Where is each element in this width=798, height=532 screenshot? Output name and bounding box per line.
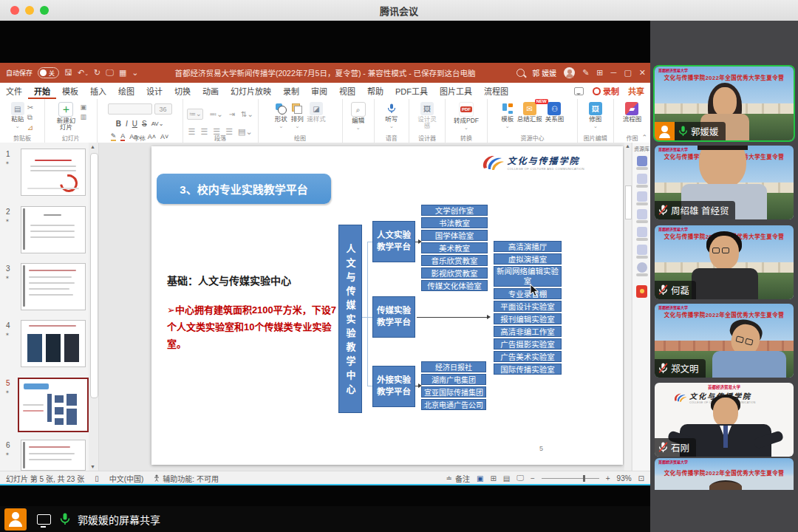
tab-draw[interactable]: 绘图	[112, 83, 140, 99]
slide-bullet-text[interactable]: ➢中心拥有建筑面积2100平方米，下设7个人文类实验室和10个传媒类专业实验室。	[167, 302, 338, 352]
diagram-box[interactable]: 影视欣赏教室	[421, 267, 488, 279]
resource-icon-5[interactable]	[637, 227, 647, 237]
diagram-box[interactable]: 专业录音棚	[494, 288, 562, 299]
diagram-box[interactable]: 平面设计实验室	[494, 301, 562, 312]
tab-pdf-tools[interactable]: PDF工具	[389, 83, 434, 99]
bullets-icon[interactable]: ≔⌄	[187, 109, 203, 120]
diagram-box[interactable]: 湖南广电集团	[421, 374, 486, 385]
tab-file[interactable]: 文件	[0, 83, 28, 99]
diagram-platform-media[interactable]: 传媒实验教学平台	[372, 296, 415, 338]
diagram-box[interactable]: 宣亚国际传播集团	[421, 386, 486, 398]
resource-more-icon[interactable]	[637, 262, 647, 273]
normal-view-icon[interactable]: ▣	[477, 474, 483, 482]
diagram-platform-external[interactable]: 外接实验教学平台	[372, 366, 415, 407]
tab-flowchart[interactable]: 流程图	[478, 83, 514, 99]
line-spacing-icon[interactable]: ⇅⌄	[241, 110, 253, 118]
diagram-platform-humanities[interactable]: 人文实验教学平台	[372, 221, 415, 262]
participant-tile-guo-yuanyuan[interactable]: 首都经济贸易大学 文化与传播学院2022年全国优秀大学生夏令营 郭媛媛	[655, 66, 794, 140]
zoom-slider-thumb[interactable]	[583, 475, 585, 482]
diagram-box[interactable]: 广告美术实验室	[494, 351, 562, 362]
search-icon[interactable]	[516, 69, 525, 77]
user-avatar[interactable]	[564, 67, 575, 78]
resource-panel-label[interactable]: 资源库	[632, 143, 651, 152]
maximize-icon[interactable]: ▢	[624, 69, 631, 77]
diagram-box[interactable]: 虚拟演播室	[494, 253, 562, 265]
participant-tile-he-lei[interactable]: 首都经济贸易大学 文化与传播学院2022年全国优秀大学生夏令营 何磊	[655, 225, 794, 299]
thumbnail-image[interactable]	[21, 440, 86, 471]
font-name-box[interactable]	[108, 103, 152, 115]
participant-tile-shi-gang[interactable]: 首都经济贸易大学 文化与传播学院 COLLEGE OF CULTURE AND …	[655, 383, 794, 457]
diagram-box[interactable]: 国学体验室	[421, 230, 488, 241]
tab-insert[interactable]: 插入	[84, 83, 112, 99]
underline-button[interactable]: U	[132, 120, 137, 128]
tab-picture-tools[interactable]: 图片工具	[434, 83, 478, 99]
close-icon[interactable]: ✕	[639, 69, 646, 77]
diagram-box[interactable]: 高清非编工作室	[494, 326, 562, 337]
format-painter-icon[interactable]: ⊿	[27, 123, 33, 132]
reading-view-icon[interactable]: ▤	[503, 474, 510, 482]
thumbnail-image[interactable]	[21, 149, 86, 196]
diagram-box[interactable]: 音乐欣赏教室	[421, 255, 488, 266]
layout-icon[interactable]: ▣	[80, 103, 86, 111]
slide-heading[interactable]: 基础：人文与传媒实验中心	[167, 273, 291, 287]
zoom-percent[interactable]: 93%	[617, 474, 632, 482]
scroll-up-icon[interactable]: ▲	[90, 144, 95, 149]
notes-button[interactable]: ≐ 备注	[446, 473, 470, 484]
section-icon[interactable]: ▥	[80, 113, 86, 120]
edit-button[interactable]: ⌕ 编辑⌄	[351, 102, 366, 143]
diagram-box[interactable]: 经济日报社	[421, 361, 486, 372]
diagram-box[interactable]: 书法教室	[421, 217, 488, 228]
grid-view-icon[interactable]: ▦	[119, 69, 126, 77]
thumbnail-image[interactable]	[18, 378, 89, 432]
slideshow-icon[interactable]: 🖵	[516, 474, 524, 482]
bold-button[interactable]: B	[116, 120, 121, 128]
tab-record[interactable]: 录制	[277, 83, 305, 99]
tab-animations[interactable]: 动画	[197, 83, 225, 99]
autosave-toggle[interactable]: 关	[38, 67, 59, 78]
accessibility-button[interactable]: 辅助功能: 不可用	[154, 473, 219, 484]
collapse-ribbon-icon[interactable]: ⌃	[641, 134, 647, 141]
close-window-icon[interactable]	[10, 6, 19, 15]
red-packet-icon[interactable]	[636, 285, 647, 298]
resource-icon-3[interactable]	[637, 191, 647, 202]
tab-slideshow[interactable]: 幻灯片放映	[225, 83, 277, 99]
diagram-box[interactable]: 北京电通广告公司	[421, 399, 486, 410]
pencil-icon[interactable]: ✎	[582, 69, 589, 77]
tab-review[interactable]: 审阅	[305, 83, 333, 99]
diagram-box[interactable]: 美术教室	[421, 242, 488, 253]
diagram-box[interactable]: 新闻网络编辑实验室	[494, 266, 562, 287]
diagram-box[interactable]: 传媒文化体验室	[421, 280, 488, 291]
diagram-box[interactable]: 高清演播厅	[494, 241, 562, 252]
minimize-icon[interactable]: ─	[611, 69, 617, 77]
undo-icon[interactable]: ↶⌄	[78, 69, 89, 77]
diagram-box[interactable]: 国际传播实验室	[494, 364, 562, 375]
indent-icon[interactable]: ⇥	[229, 110, 235, 118]
diagram-box[interactable]: 广告摄影实验室	[494, 338, 562, 349]
minimize-window-icon[interactable]	[25, 6, 34, 15]
participant-tile-zhou-shaoxiong[interactable]: 首都经济贸易大学 文化与传播学院2022年全国优秀大学生夏令营 周绍雄 首经贸	[655, 146, 794, 219]
record-button[interactable]: 录制	[593, 85, 619, 97]
italic-button[interactable]: I	[126, 120, 128, 128]
tab-template[interactable]: 模板	[56, 83, 84, 99]
tab-help[interactable]: 帮助	[361, 83, 389, 99]
zoom-window-icon[interactable]	[40, 6, 49, 15]
resource-icon-4[interactable]	[637, 209, 647, 219]
tab-home[interactable]: 开始	[28, 83, 56, 99]
tab-design[interactable]: 设计	[140, 83, 168, 99]
thumbnail-image[interactable]	[21, 320, 86, 367]
zoom-in-icon[interactable]: +	[606, 474, 610, 482]
zoom-slider[interactable]	[542, 478, 599, 479]
comments-icon[interactable]	[574, 87, 584, 95]
resource-icon-1[interactable]	[637, 156, 647, 166]
diagram-box[interactable]: 文学创作室	[421, 205, 488, 216]
ribbon-display-icon[interactable]: ⊞	[596, 69, 603, 77]
slide-canvas[interactable]: 文化与传播学院 COLLEGE OF CULTURE AND COMMUNICA…	[151, 146, 623, 465]
quick-access-caret-icon[interactable]: ⌄	[132, 69, 138, 77]
diagram-center-box[interactable]: 人文与传媒实验教学中心	[338, 225, 362, 413]
font-size-box[interactable]: 36	[154, 103, 172, 115]
redo-icon[interactable]: ↻	[94, 69, 100, 77]
character-spacing-icon[interactable]: AV⌄	[151, 120, 164, 127]
zoom-out-icon[interactable]: −	[531, 474, 535, 482]
tab-view[interactable]: 视图	[333, 83, 361, 99]
thumbnail-image[interactable]	[21, 206, 86, 253]
